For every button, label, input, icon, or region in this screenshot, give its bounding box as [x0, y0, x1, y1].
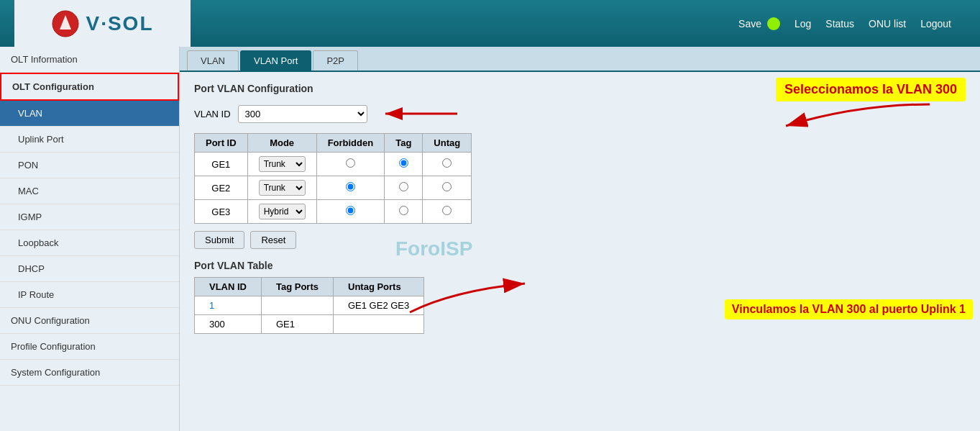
onu-list-link[interactable]: ONU list	[869, 18, 906, 30]
port-config-table: Port ID Mode Forbidden Tag Untag GE1 Tru…	[194, 133, 472, 224]
save-area: Save	[738, 17, 780, 30]
status-link[interactable]: Status	[825, 18, 854, 30]
tag-radio-ge1[interactable]	[399, 158, 408, 168]
port-id-ge3: GE3	[195, 200, 248, 224]
tab-vlan[interactable]: VLAN	[187, 50, 239, 71]
header-nav: Log Status ONU list	[794, 18, 906, 30]
col-vlan-id: VLAN ID	[195, 278, 262, 296]
annotation-uplink: Vinculamos la VLAN 300 al puerto Uplink …	[725, 299, 973, 319]
mode-ge1[interactable]: Trunk Access Hybrid	[247, 153, 316, 176]
tag-ports-cell-1	[262, 296, 334, 315]
col-untag: Untag	[423, 134, 472, 153]
vlan-id-select[interactable]: 300 1	[238, 105, 367, 123]
header-right: Save Log Status ONU list Logout	[191, 17, 966, 30]
button-row: Submit Reset	[194, 231, 966, 249]
col-mode: Mode	[247, 134, 316, 153]
col-tag: Tag	[385, 134, 423, 153]
sidebar-item-pon[interactable]: PON	[0, 153, 179, 178]
submit-button[interactable]: Submit	[194, 231, 244, 249]
untag-ge3[interactable]	[423, 200, 472, 224]
reset-button[interactable]: Reset	[250, 231, 296, 249]
vsol-logo-icon	[51, 9, 80, 38]
status-dot	[767, 17, 780, 30]
sidebar-item-system-configuration[interactable]: System Configuration	[0, 360, 179, 386]
sidebar-item-profile-configuration[interactable]: Profile Configuration	[0, 334, 179, 360]
vlan-id-row: VLAN ID 300 1	[194, 103, 966, 124]
port-id-ge2: GE2	[195, 176, 248, 200]
untag-radio-ge3[interactable]	[442, 206, 452, 215]
mode-select-ge2[interactable]: Trunk Access Hybrid	[259, 180, 306, 196]
port-vlan-table: VLAN ID Tag Ports Untag Ports 1 GE1 GE2 …	[194, 277, 424, 334]
logo-text: V·SOL	[86, 12, 153, 35]
untag-ports-cell-1: GE1 GE2 GE3	[334, 296, 424, 315]
tag-ports-cell-300: GE1	[262, 315, 334, 334]
tag-ge2[interactable]	[385, 176, 423, 200]
sidebar-item-mac[interactable]: MAC	[0, 178, 179, 204]
tag-ge3[interactable]	[385, 200, 423, 224]
port-id-ge1: GE1	[195, 153, 248, 176]
tab-p2p[interactable]: P2P	[313, 50, 358, 71]
col-forbidden: Forbidden	[316, 134, 385, 153]
vlan-id-label: VLAN ID	[194, 109, 231, 119]
sidebar-item-uplink-port[interactable]: Uplink Port	[0, 127, 179, 153]
arrow-to-select	[378, 103, 464, 124]
section-title: Port VLAN Configuration	[194, 83, 966, 94]
untag-ge2[interactable]	[423, 176, 472, 200]
tag-radio-ge3[interactable]	[399, 206, 408, 215]
tab-vlan-port[interactable]: VLAN Port	[240, 50, 311, 71]
sidebar-item-olt-configuration[interactable]: OLT Configuration	[0, 73, 179, 101]
mode-ge2[interactable]: Trunk Access Hybrid	[247, 176, 316, 200]
untag-radio-ge1[interactable]	[442, 158, 452, 168]
sidebar-item-ip-route[interactable]: IP Route	[0, 282, 179, 308]
untag-ports-cell-300	[334, 315, 424, 334]
section-title2: Port VLAN Table	[194, 260, 966, 271]
header: V·SOL Save Log Status ONU list Logout	[0, 0, 980, 47]
tab-bar: VLAN VLAN Port P2P	[180, 47, 980, 72]
mode-select-ge3[interactable]: Hybrid Trunk Access	[259, 204, 306, 219]
forbidden-radio-ge1[interactable]	[346, 158, 355, 168]
sidebar-item-loopback[interactable]: Loopback	[0, 230, 179, 256]
untag-ge1[interactable]	[423, 153, 472, 176]
table-row: GE2 Trunk Access Hybrid	[195, 176, 472, 200]
save-label[interactable]: Save	[738, 18, 761, 30]
vlan-id-cell-300[interactable]: 300	[195, 315, 262, 334]
sidebar-item-dhcp[interactable]: DHCP	[0, 256, 179, 282]
tag-ge1[interactable]	[385, 153, 423, 176]
mode-select-ge1[interactable]: Trunk Access Hybrid	[259, 156, 306, 172]
sidebar-item-onu-configuration[interactable]: ONU Configuration	[0, 308, 179, 334]
forbidden-ge3[interactable]	[316, 200, 385, 224]
sidebar-item-olt-information[interactable]: OLT Information	[0, 47, 179, 73]
col-untag-ports: Untag Ports	[334, 278, 424, 296]
tag-radio-ge2[interactable]	[399, 182, 408, 191]
vlan-id-cell-1[interactable]: 1	[195, 296, 262, 315]
main-content-area: Port VLAN Configuration VLAN ID 300 1	[180, 72, 980, 345]
sidebar-item-vlan[interactable]: VLAN	[0, 101, 179, 127]
col-tag-ports: Tag Ports	[262, 278, 334, 296]
forbidden-ge1[interactable]	[316, 153, 385, 176]
table-row: GE1 Trunk Access Hybrid	[195, 153, 472, 176]
content-area: VLAN VLAN Port P2P Port VLAN Configurati…	[180, 47, 980, 431]
col-port-id: Port ID	[195, 134, 248, 153]
vlan-table-row-300: 300 GE1	[195, 315, 424, 334]
forbidden-radio-ge3[interactable]	[346, 206, 355, 215]
forbidden-radio-ge2[interactable]	[346, 182, 355, 191]
forbidden-ge2[interactable]	[316, 176, 385, 200]
logo-area: V·SOL	[14, 0, 191, 47]
main-layout: OLT Information OLT Configuration VLAN U…	[0, 47, 980, 431]
vlan-table-row-1: 1 GE1 GE2 GE3	[195, 296, 424, 315]
logout-button[interactable]: Logout	[920, 18, 951, 30]
mode-ge3[interactable]: Hybrid Trunk Access	[247, 200, 316, 224]
table-row: GE3 Hybrid Trunk Access	[195, 200, 472, 224]
untag-radio-ge2[interactable]	[442, 182, 452, 191]
log-link[interactable]: Log	[794, 18, 811, 30]
sidebar: OLT Information OLT Configuration VLAN U…	[0, 47, 180, 431]
sidebar-item-igmp[interactable]: IGMP	[0, 204, 179, 230]
